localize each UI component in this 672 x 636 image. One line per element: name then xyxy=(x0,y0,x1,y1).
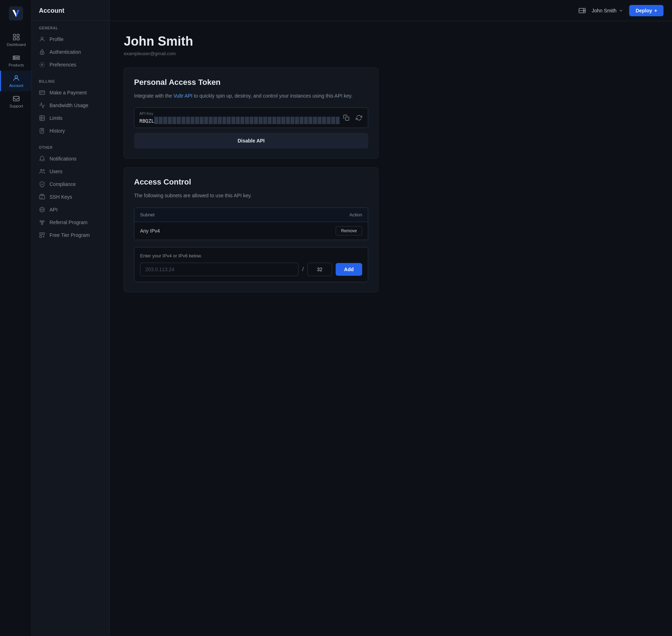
notifications-icon xyxy=(39,156,45,162)
sidebar-item-freetier[interactable]: Free Tier Program xyxy=(32,229,109,241)
topbar: John Smith Deploy + xyxy=(110,0,672,21)
sidebar-title: Account xyxy=(32,0,109,21)
main-area: John Smith Deploy + John Smith exampleus… xyxy=(110,0,672,636)
svg-point-11 xyxy=(41,37,43,39)
nav-dashboard[interactable]: Dashboard xyxy=(0,30,31,50)
svg-rect-10 xyxy=(13,97,19,101)
svg-point-23 xyxy=(43,221,45,222)
personal-access-token-card: Personal Access Token Integrate with the… xyxy=(124,68,378,159)
sidebar-item-ssh[interactable]: SSH Keys xyxy=(32,191,109,203)
subnet-cidr-input[interactable] xyxy=(307,263,332,276)
sidebar-section-other: OTHER Notifications Users Compliance xyxy=(32,140,109,244)
svg-rect-1 xyxy=(13,34,16,36)
nav-account[interactable]: Account xyxy=(0,71,31,91)
nav-account-label: Account xyxy=(9,83,23,88)
svg-rect-2 xyxy=(17,34,19,36)
sidebar-item-referral[interactable]: Referral Program xyxy=(32,216,109,229)
sidebar-section-general-label: GENERAL xyxy=(32,26,109,33)
sidebar-item-compliance[interactable]: Compliance xyxy=(32,178,109,191)
table-header: Subnet Action xyxy=(134,208,368,222)
payment-icon xyxy=(39,89,45,96)
add-subnet-button[interactable]: Add xyxy=(336,263,362,276)
deploy-plus: + xyxy=(654,8,657,13)
svg-rect-25 xyxy=(40,233,41,234)
sidebar-item-payment-label: Make a Payment xyxy=(50,90,87,95)
vultr-api-link[interactable]: Vultr API xyxy=(173,93,192,99)
access-control-title: Access Control xyxy=(134,177,368,187)
sidebar-item-notif-label: Notifications xyxy=(50,156,76,162)
topbar-ticket-icon[interactable] xyxy=(578,7,586,14)
sidebar-item-referral-label: Referral Program xyxy=(50,220,87,225)
nav-products[interactable]: Products xyxy=(0,50,31,71)
subnet-table: Subnet Action Any IPv4 Remove xyxy=(134,208,368,240)
sidebar-item-bandwidth[interactable]: Bandwidth Usage xyxy=(32,99,109,112)
col-action: Action xyxy=(349,212,362,217)
svg-point-29 xyxy=(584,10,585,11)
preferences-icon xyxy=(39,62,45,68)
sidebar-item-notifications[interactable]: Notifications xyxy=(32,152,109,165)
col-subnet: Subnet xyxy=(140,212,155,217)
sidebar-item-payment[interactable]: Make a Payment xyxy=(32,86,109,99)
pat-card-desc: Integrate with the Vultr API to quickly … xyxy=(134,92,368,100)
sidebar-item-users[interactable]: Users xyxy=(32,165,109,178)
api-key-field: API Key RBQZL███████████████████████████… xyxy=(134,107,368,128)
sidebar-item-api[interactable]: API xyxy=(32,203,109,216)
sidebar-item-profile-label: Profile xyxy=(50,36,64,42)
pat-desc-prefix: Integrate with the xyxy=(134,93,173,99)
sidebar-item-limits[interactable]: Limits xyxy=(32,112,109,124)
sidebar-item-authentication[interactable]: Authentication xyxy=(32,46,109,58)
svg-rect-30 xyxy=(346,117,349,121)
bandwidth-icon xyxy=(39,102,45,109)
sidebar-section-billing: BILLING Make a Payment Bandwidth Usage L… xyxy=(32,74,109,140)
svg-rect-5 xyxy=(13,56,19,57)
add-subnet-inputs: / Add xyxy=(140,263,362,276)
nav-dashboard-label: Dashboard xyxy=(7,42,26,47)
content-area: John Smith exampleuser@gmail.com Persona… xyxy=(110,21,672,636)
sidebar-item-users-label: Users xyxy=(50,169,63,174)
svg-rect-3 xyxy=(13,38,16,40)
sidebar-item-profile[interactable]: Profile xyxy=(32,33,109,46)
sidebar-item-api-label: API xyxy=(50,207,58,212)
profile-icon xyxy=(39,36,45,42)
ssh-icon xyxy=(39,194,45,200)
user-menu[interactable]: John Smith xyxy=(592,8,624,13)
api-key-actions xyxy=(342,113,364,122)
pat-card-title: Personal Access Token xyxy=(134,78,368,87)
compliance-icon xyxy=(39,181,45,187)
disable-api-button[interactable]: Disable API xyxy=(134,133,368,148)
pat-desc-suffix: to quickly spin up, destroy, and control… xyxy=(192,93,352,99)
sidebar-item-preferences[interactable]: Preferences xyxy=(32,58,109,71)
freetier-icon xyxy=(39,232,45,238)
copy-icon xyxy=(343,115,349,121)
limits-icon xyxy=(39,115,45,121)
subnet-ip-input[interactable] xyxy=(140,263,299,276)
sidebar-item-bandwidth-label: Bandwidth Usage xyxy=(50,103,88,108)
svg-point-18 xyxy=(41,169,42,171)
api-key-label: API Key xyxy=(139,111,340,116)
sidebar-item-limits-label: Limits xyxy=(50,115,63,121)
api-icon xyxy=(39,206,45,213)
svg-rect-27 xyxy=(40,236,41,238)
access-control-card: Access Control The following subnets are… xyxy=(124,167,378,292)
remove-subnet-button[interactable]: Remove xyxy=(336,226,362,235)
user-name: John Smith xyxy=(592,8,616,13)
svg-rect-4 xyxy=(17,38,19,40)
sidebar-section-general: GENERAL Profile Authentication Preferenc… xyxy=(32,21,109,74)
sidebar-item-ssh-label: SSH Keys xyxy=(50,194,72,200)
sidebar-item-history-label: History xyxy=(50,128,65,134)
sidebar-item-history[interactable]: History xyxy=(32,124,109,137)
nav-support[interactable]: Support xyxy=(0,91,31,112)
sidebar-section-other-label: OTHER xyxy=(32,146,109,152)
logo[interactable] xyxy=(8,6,24,21)
add-subnet-label: Enter your IPv4 or IPv6 below. xyxy=(140,253,362,258)
second-sidebar: Account GENERAL Profile Authentication xyxy=(32,0,110,636)
sidebar-item-pref-label: Preferences xyxy=(50,62,76,68)
deploy-button[interactable]: Deploy + xyxy=(629,5,664,16)
copy-api-key-button[interactable] xyxy=(342,113,351,122)
regenerate-api-key-button[interactable] xyxy=(354,113,364,122)
svg-point-24 xyxy=(41,223,43,225)
svg-point-19 xyxy=(43,169,45,171)
svg-point-14 xyxy=(41,64,43,66)
access-control-desc: The following subnets are allowed to use… xyxy=(134,192,368,199)
api-key-value: RBQZL███████████████████████████████████… xyxy=(139,117,340,124)
